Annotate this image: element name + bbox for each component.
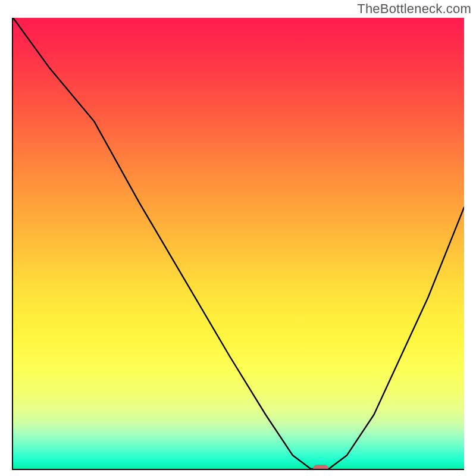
chart-canvas: TheBottleneck.com [0,0,476,476]
optimal-marker [313,465,328,470]
watermark-text: TheBottleneck.com [357,1,471,17]
plot-area [12,18,464,470]
bottleneck-curve [13,18,464,469]
